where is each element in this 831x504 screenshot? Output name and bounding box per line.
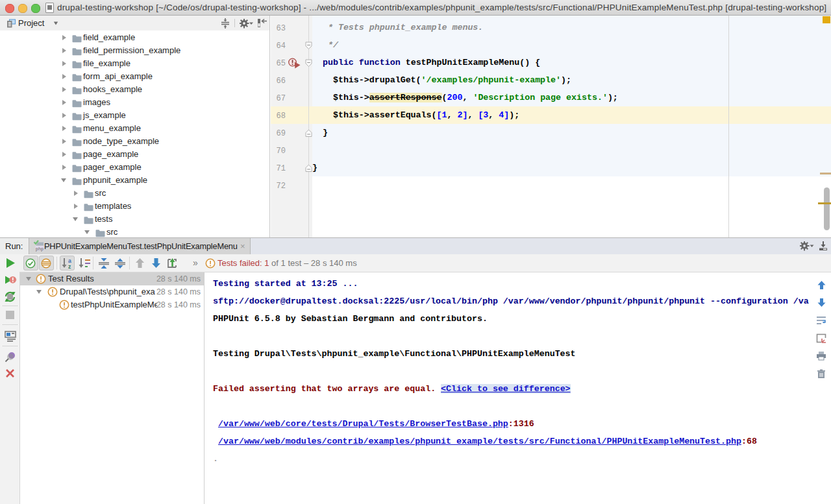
svg-text:z: z: [68, 263, 71, 269]
